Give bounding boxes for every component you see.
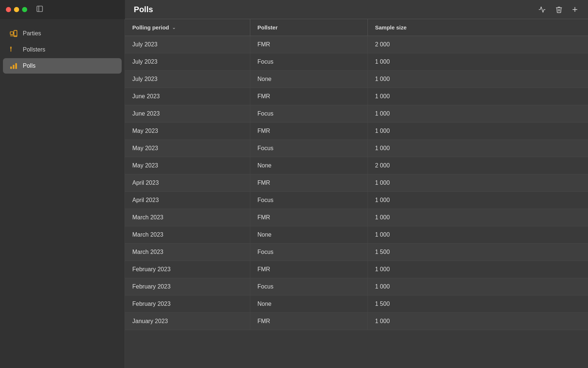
- cell-sample-size: 1 000: [368, 88, 588, 105]
- cell-sample-size: 1 000: [368, 174, 588, 192]
- cell-pollster: FMR: [250, 313, 368, 330]
- table-row[interactable]: March 2023FMR1 000: [125, 209, 588, 226]
- cell-pollster: Focus: [250, 105, 368, 123]
- table-row[interactable]: July 2023Focus1 000: [125, 53, 588, 71]
- titlebar-right: Polls +: [125, 0, 588, 19]
- cell-sample-size: 1 000: [368, 140, 588, 157]
- cell-polling-period: May 2023: [125, 157, 250, 174]
- table-row[interactable]: January 2023FMR1 000: [125, 313, 588, 330]
- table-row[interactable]: April 2023Focus1 000: [125, 192, 588, 209]
- cell-sample-size: 1 000: [368, 192, 588, 209]
- cell-polling-period: February 2023: [125, 261, 250, 278]
- titlebar: Polls +: [0, 0, 588, 19]
- sidebar-item-parties-label: Parties: [23, 30, 41, 37]
- svg-rect-2: [10, 32, 13, 34]
- table-row[interactable]: May 2023Focus1 000: [125, 140, 588, 157]
- svg-rect-8: [15, 63, 17, 69]
- cell-polling-period: May 2023: [125, 140, 250, 157]
- table-row[interactable]: February 2023Focus1 000: [125, 278, 588, 296]
- cell-pollster: FMR: [250, 209, 368, 226]
- cell-sample-size: 1 500: [368, 244, 588, 261]
- cell-sample-size: 1 000: [368, 209, 588, 226]
- sidebar-nav: Parties Pollsters Polls: [0, 19, 125, 74]
- cell-polling-period: March 2023: [125, 244, 250, 261]
- cell-sample-size: 1 000: [368, 313, 588, 330]
- cell-polling-period: June 2023: [125, 88, 250, 105]
- cell-polling-period: April 2023: [125, 174, 250, 192]
- cell-pollster: Focus: [250, 53, 368, 71]
- table-row[interactable]: June 2023FMR1 000: [125, 88, 588, 105]
- column-header-polling-period[interactable]: Polling period ⌄: [125, 19, 250, 36]
- cell-polling-period: March 2023: [125, 209, 250, 226]
- sidebar-item-polls[interactable]: Polls: [3, 58, 122, 74]
- main-content: Polling period ⌄ Pollster Sample size Ju…: [125, 0, 588, 368]
- cell-pollster: None: [250, 296, 368, 313]
- table-row[interactable]: June 2023Focus1 000: [125, 105, 588, 123]
- svg-rect-7: [13, 65, 15, 69]
- cell-sample-size: 2 000: [368, 36, 588, 53]
- sort-icon: ⌄: [172, 25, 176, 30]
- cell-pollster: FMR: [250, 261, 368, 278]
- minimize-button[interactable]: [14, 7, 19, 12]
- cell-pollster: Focus: [250, 244, 368, 261]
- sidebar-item-pollsters[interactable]: Pollsters: [3, 42, 122, 57]
- close-button[interactable]: [6, 7, 11, 12]
- polls-icon: [10, 62, 18, 70]
- cell-pollster: FMR: [250, 123, 368, 140]
- maximize-button[interactable]: [22, 7, 27, 12]
- table-body: July 2023FMR2 000July 2023Focus1 000July…: [125, 36, 588, 330]
- sidebar: Parties Pollsters Polls: [0, 0, 125, 368]
- cell-polling-period: March 2023: [125, 226, 250, 244]
- sidebar-toggle-icon: [36, 5, 43, 13]
- cell-pollster: Focus: [250, 140, 368, 157]
- table-header-row: Polling period ⌄ Pollster Sample size: [125, 19, 588, 36]
- cell-polling-period: July 2023: [125, 53, 250, 71]
- trash-icon: [555, 6, 563, 13]
- add-button[interactable]: +: [571, 2, 579, 17]
- cell-sample-size: 1 000: [368, 278, 588, 296]
- chart-button[interactable]: [537, 4, 547, 15]
- polls-table: Polling period ⌄ Pollster Sample size Ju…: [125, 19, 588, 330]
- cell-polling-period: February 2023: [125, 278, 250, 296]
- table-row[interactable]: April 2023FMR1 000: [125, 174, 588, 192]
- svg-rect-5: [10, 47, 12, 49]
- table-row[interactable]: July 2023FMR2 000: [125, 36, 588, 53]
- cell-pollster: None: [250, 157, 368, 174]
- table-row[interactable]: July 2023None1 000: [125, 71, 588, 88]
- column-header-sample-size[interactable]: Sample size: [368, 19, 588, 36]
- toolbar-actions: +: [537, 2, 579, 17]
- cell-sample-size: 1 000: [368, 226, 588, 244]
- table-row[interactable]: May 2023None2 000: [125, 157, 588, 174]
- chart-icon: [538, 6, 546, 13]
- table-row[interactable]: March 2023None1 000: [125, 226, 588, 244]
- cell-pollster: Focus: [250, 278, 368, 296]
- table-row[interactable]: March 2023Focus1 500: [125, 244, 588, 261]
- parties-icon: [10, 29, 18, 38]
- cell-sample-size: 1 000: [368, 261, 588, 278]
- cell-pollster: Focus: [250, 192, 368, 209]
- cell-sample-size: 1 000: [368, 53, 588, 71]
- pollsters-icon: [10, 46, 18, 54]
- traffic-lights: [0, 5, 125, 14]
- sidebar-toggle-button[interactable]: [36, 5, 43, 14]
- cell-polling-period: July 2023: [125, 36, 250, 53]
- cell-sample-size: 1 000: [368, 71, 588, 88]
- table-row[interactable]: February 2023None1 500: [125, 296, 588, 313]
- cell-polling-period: February 2023: [125, 296, 250, 313]
- svg-rect-0: [37, 6, 43, 11]
- cell-polling-period: April 2023: [125, 192, 250, 209]
- sidebar-item-parties[interactable]: Parties: [3, 26, 122, 41]
- svg-rect-6: [10, 67, 12, 69]
- cell-pollster: FMR: [250, 36, 368, 53]
- page-title: Polls: [134, 5, 153, 14]
- sidebar-item-polls-label: Polls: [23, 63, 36, 69]
- cell-polling-period: May 2023: [125, 123, 250, 140]
- delete-button[interactable]: [554, 4, 564, 15]
- table-row[interactable]: May 2023FMR1 000: [125, 123, 588, 140]
- cell-pollster: None: [250, 226, 368, 244]
- cell-sample-size: 1 000: [368, 123, 588, 140]
- table-container[interactable]: Polling period ⌄ Pollster Sample size Ju…: [125, 19, 588, 368]
- cell-polling-period: June 2023: [125, 105, 250, 123]
- table-row[interactable]: February 2023FMR1 000: [125, 261, 588, 278]
- column-header-pollster[interactable]: Pollster: [250, 19, 368, 36]
